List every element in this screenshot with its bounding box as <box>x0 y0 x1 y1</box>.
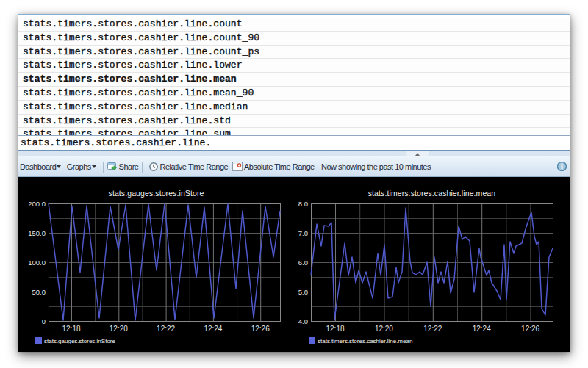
svg-text:stats.timers.stores.cashier.li: stats.timers.stores.cashier.line.mean <box>318 338 412 344</box>
svg-text:50.0: 50.0 <box>32 288 46 296</box>
svg-text:12:26: 12:26 <box>251 325 270 333</box>
svg-text:6.0: 6.0 <box>298 259 308 267</box>
svg-text:100.0: 100.0 <box>28 259 46 267</box>
svg-text:150.0: 150.0 <box>28 229 46 237</box>
svg-text:stats.timers.stores.cashier.li: stats.timers.stores.cashier.line.mean <box>368 189 496 198</box>
svg-text:stats.gauges.stores.inStore: stats.gauges.stores.inStore <box>44 338 115 344</box>
svg-text:12:22: 12:22 <box>157 325 175 333</box>
svg-text:200.0: 200.0 <box>28 200 46 208</box>
svg-text:7.0: 7.0 <box>298 229 308 237</box>
svg-text:stats.gauges.stores.inStore: stats.gauges.stores.inStore <box>109 189 204 198</box>
svg-text:12:22: 12:22 <box>423 325 442 333</box>
svg-text:12:20: 12:20 <box>110 325 128 333</box>
svg-text:12:18: 12:18 <box>326 325 344 333</box>
svg-text:12:18: 12:18 <box>62 325 80 333</box>
svg-text:12:26: 12:26 <box>521 325 539 333</box>
svg-text:12:24: 12:24 <box>204 325 222 333</box>
svg-text:5.0: 5.0 <box>298 288 308 296</box>
svg-text:4.0: 4.0 <box>298 317 308 325</box>
svg-text:0: 0 <box>42 317 46 325</box>
svg-text:8.0: 8.0 <box>298 200 308 208</box>
svg-text:12:24: 12:24 <box>473 325 491 333</box>
svg-text:12:20: 12:20 <box>375 325 393 333</box>
